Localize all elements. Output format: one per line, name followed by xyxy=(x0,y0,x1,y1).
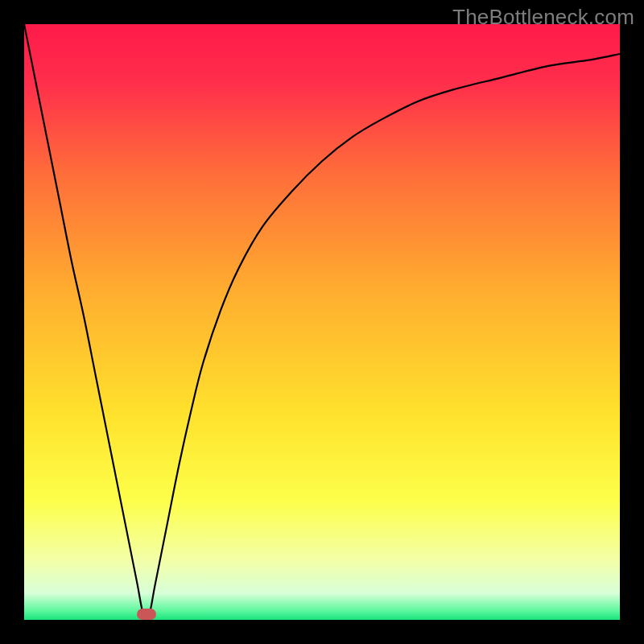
curve-svg xyxy=(24,24,620,620)
chart-frame: TheBottleneck.com xyxy=(0,0,644,644)
min-marker xyxy=(137,609,156,620)
watermark-text: TheBottleneck.com xyxy=(452,5,634,30)
plot-area xyxy=(24,24,620,620)
svg-rect-0 xyxy=(24,24,620,620)
